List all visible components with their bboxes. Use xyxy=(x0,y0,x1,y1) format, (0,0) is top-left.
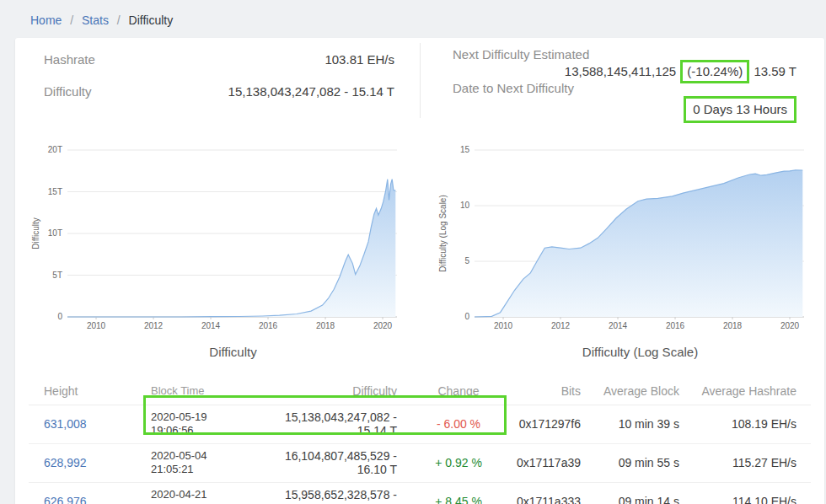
svg-text:2010: 2010 xyxy=(87,321,106,330)
change-cell: + 8.45 % xyxy=(412,482,505,504)
summary-right-column: Next Difficulty Estimated 13,588,145,411… xyxy=(420,43,811,118)
block-date: 2020-05-19 xyxy=(151,410,252,424)
average-block-cell: 09 min 55 s xyxy=(589,443,686,482)
height-cell: 626,976 xyxy=(29,482,138,504)
difficulty-chart-caption: Difficulty xyxy=(29,344,404,361)
block-time-cell: 2020-05-1919:06:56 xyxy=(138,405,252,443)
average-block-cell: 09 min 14 s xyxy=(589,482,686,504)
svg-text:2012: 2012 xyxy=(551,321,571,330)
difficulty-log-chart-caption: Difficulty (Log Scale) xyxy=(436,344,811,361)
svg-text:2018: 2018 xyxy=(316,321,335,330)
svg-text:2010: 2010 xyxy=(494,321,513,330)
header-change: Change xyxy=(412,378,505,405)
average-hashrate-cell: 114.10 EH/s xyxy=(686,482,811,504)
block-time-cell: 2020-04-2100:05:24 xyxy=(138,482,252,504)
svg-text:2016: 2016 xyxy=(666,321,685,330)
table-row: 628,992 2020-05-0421:05:21 16,104,807,48… xyxy=(29,443,811,482)
difficulty-linear-chart: 05T10T15T20T201020122014201620182020Diff… xyxy=(29,138,404,339)
breadcrumb-home-link[interactable]: Home xyxy=(30,13,62,27)
average-hashrate-cell: 115.27 EH/s xyxy=(686,443,811,482)
average-block-cell: 10 min 39 s xyxy=(589,405,686,443)
breadcrumb-separator: / xyxy=(117,13,121,27)
svg-text:2016: 2016 xyxy=(259,321,278,330)
date-next-difficulty-highlight: 0 Days 13 Hours xyxy=(684,96,796,123)
breadcrumb-stats-link[interactable]: Stats xyxy=(82,13,109,27)
hashrate-row: Hashrate 103.81 EH/s xyxy=(44,43,394,75)
svg-text:2018: 2018 xyxy=(723,321,743,330)
header-difficulty: Difficulty xyxy=(252,378,412,405)
summary-left-column: Hashrate 103.81 EH/s Difficulty 15,138,0… xyxy=(29,43,420,118)
header-block-time: Block Time xyxy=(138,378,252,405)
difficulty-label: Difficulty xyxy=(44,84,91,99)
charts-section: 05T10T15T20T201020122014201620182020Diff… xyxy=(29,138,811,361)
svg-text:20T: 20T xyxy=(48,145,62,154)
svg-text:5: 5 xyxy=(464,256,469,265)
block-time-cell: 2020-05-0421:05:21 xyxy=(138,443,252,482)
difficulty-log-chart: 051015201020122014201620182020Difficulty… xyxy=(436,138,811,339)
block-clock: 19:06:56 xyxy=(151,424,252,437)
svg-text:2012: 2012 xyxy=(144,321,164,330)
block-date: 2020-04-21 xyxy=(151,488,252,501)
summary-stats: Hashrate 103.81 EH/s Difficulty 15,138,0… xyxy=(29,38,811,138)
difficulty-cell: 16,104,807,485,529 - 16.10 T xyxy=(252,443,412,482)
block-clock: 21:05:21 xyxy=(151,463,252,476)
breadcrumb-separator: / xyxy=(70,13,73,27)
bits-cell: 0x171297f6 xyxy=(505,405,589,443)
svg-text:0: 0 xyxy=(57,312,62,321)
svg-text:2020: 2020 xyxy=(780,321,800,330)
difficulty-stats-card: Hashrate 103.81 EH/s Difficulty 15,138,0… xyxy=(15,38,824,504)
next-difficulty-change-highlight: (-10.24%) xyxy=(680,60,749,83)
height-cell: 631,008 xyxy=(29,405,138,443)
table-row: 626,976 2020-04-2100:05:24 15,958,652,32… xyxy=(29,482,811,504)
header-bits: Bits xyxy=(505,378,589,405)
svg-text:10T: 10T xyxy=(48,228,62,238)
next-difficulty-short: 13.59 T xyxy=(754,64,796,78)
svg-text:2014: 2014 xyxy=(201,321,221,330)
change-cell: - 6.00 % xyxy=(412,405,505,443)
date-next-difficulty-label: Date to Next Difficulty xyxy=(453,82,796,95)
header-average-block: Average Block xyxy=(589,378,686,405)
difficulty-history-table: Height Block Time Difficulty Change Bits… xyxy=(29,378,811,504)
difficulty-value: 15,138,043,247,082 - 15.14 T xyxy=(228,84,394,99)
svg-text:15: 15 xyxy=(460,145,470,154)
svg-text:2014: 2014 xyxy=(609,321,628,330)
difficulty-row: Difficulty 15,138,043,247,082 - 15.14 T xyxy=(44,75,394,107)
date-next-difficulty-value: 0 Days 13 Hours xyxy=(453,99,796,118)
block-date: 2020-05-04 xyxy=(151,449,252,463)
block-height-link[interactable]: 626,976 xyxy=(44,495,87,504)
header-average-hashrate: Average Hashrate xyxy=(686,378,811,405)
svg-text:5T: 5T xyxy=(52,271,62,280)
breadcrumb-current-page: Difficulty xyxy=(129,13,174,27)
difficulty-cell: 15,958,652,328,578 - 15.96 T xyxy=(252,482,412,504)
block-height-link[interactable]: 628,992 xyxy=(44,456,87,469)
block-height-link[interactable]: 631,008 xyxy=(44,417,87,431)
svg-text:15T: 15T xyxy=(48,187,62,196)
height-cell: 628,992 xyxy=(29,443,138,482)
difficulty-chart-box: 05T10T15T20T201020122014201620182020Diff… xyxy=(29,138,404,361)
table-row: 631,008 2020-05-1919:06:56 15,138,043,24… xyxy=(29,405,811,443)
hashrate-value: 103.81 EH/s xyxy=(324,52,394,67)
change-cell: + 0.92 % xyxy=(412,443,505,482)
bits-cell: 0x17117a39 xyxy=(505,443,589,482)
breadcrumb: Home / Stats / Difficulty xyxy=(30,12,173,29)
page: Home / Stats / Difficulty Hashrate 103.8… xyxy=(0,0,826,504)
svg-text:Difficulty (Log Scale): Difficulty (Log Scale) xyxy=(438,195,448,272)
difficulty-log-chart-box: 051015201020122014201620182020Difficulty… xyxy=(436,138,811,361)
svg-text:0: 0 xyxy=(464,312,469,321)
bits-cell: 0x1711a333 xyxy=(505,482,589,504)
average-hashrate-cell: 108.19 EH/s xyxy=(686,405,811,443)
svg-text:10: 10 xyxy=(460,201,470,210)
next-difficulty-value: 13,588,145,411,125 (-10.24%) 13.59 T xyxy=(453,64,796,79)
hashrate-label: Hashrate xyxy=(44,52,95,67)
svg-text:2020: 2020 xyxy=(373,321,393,330)
svg-text:Difficulty: Difficulty xyxy=(31,217,40,249)
difficulty-cell: 15,138,043,247,082 - 15.14 T xyxy=(252,405,412,443)
table-header-row: Height Block Time Difficulty Change Bits… xyxy=(29,378,811,405)
next-difficulty-number: 13,588,145,411,125 xyxy=(565,64,676,78)
header-height: Height xyxy=(29,378,138,405)
